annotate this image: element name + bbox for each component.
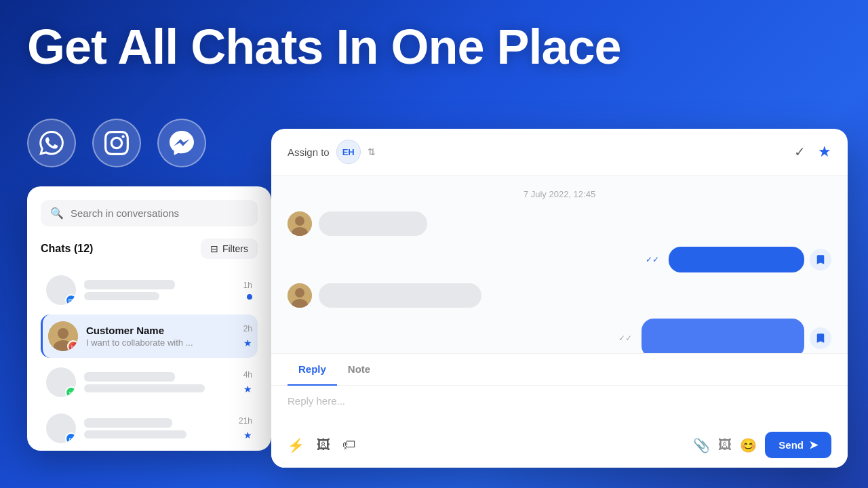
svg-point-7: [295, 288, 304, 298]
save-message-button[interactable]: [810, 249, 831, 270]
filters-button[interactable]: ⊟ Filters: [201, 239, 258, 259]
date-divider: 7 July 2022, 12:45: [288, 189, 831, 199]
header-actions: ✓ ★: [794, 143, 831, 161]
message-bubble: [669, 247, 804, 272]
chat-meta: 21h ★: [239, 416, 252, 441]
star-icon[interactable]: ★: [818, 143, 831, 161]
star-icon: ★: [243, 384, 252, 394]
chat-content: [84, 280, 235, 300]
reply-input-area[interactable]: Reply here...: [271, 386, 848, 426]
customer-name: Customer Name: [86, 325, 235, 336]
tab-note[interactable]: Note: [337, 354, 381, 386]
search-icon: 🔍: [50, 207, 64, 220]
svg-point-1: [58, 328, 68, 339]
tag-icon[interactable]: 🏷: [342, 437, 356, 453]
skeleton-preview: [84, 430, 186, 439]
instagram-icon: [92, 119, 141, 167]
star-icon: ★: [243, 430, 252, 441]
lightning-icon[interactable]: ⚡: [288, 437, 304, 453]
read-tick: ✓✓: [618, 333, 632, 343]
skeleton-preview: [84, 384, 205, 392]
reply-toolbar: ⚡ 🖼 🏷 📎 🖼 😊 Send ➤: [271, 426, 848, 468]
toolbar-left: ⚡ 🖼 🏷: [288, 437, 356, 453]
chat-time: 4h: [243, 370, 252, 380]
chat-time: 2h: [243, 324, 252, 333]
message-bubble: [319, 211, 427, 236]
reply-tabs: Reply Note: [271, 354, 848, 386]
avatar: w: [46, 367, 76, 397]
toolbar-right: 📎 🖼 😊 Send ➤: [693, 432, 831, 458]
message-row: ✓✓: [288, 247, 831, 272]
list-item[interactable]: w 4h ★: [41, 361, 258, 404]
chat-time: 21h: [239, 416, 252, 426]
message-content: ✓✓: [646, 247, 831, 272]
skeleton-preview: [84, 292, 159, 300]
tab-reply[interactable]: Reply: [288, 354, 337, 386]
attachment-icon[interactable]: 📎: [693, 437, 710, 453]
message-content: ✓✓: [618, 319, 831, 353]
chat-time: 1h: [243, 281, 252, 290]
skeleton-name: [84, 418, 172, 428]
message-content: [319, 283, 481, 308]
instagram-badge: ig: [67, 340, 78, 351]
chat-meta: 4h ★: [243, 370, 252, 394]
emoji-icon[interactable]: 😊: [740, 437, 757, 453]
chat-header: Assign to EH ⇅ ✓ ★: [271, 129, 848, 176]
list-item[interactable]: m 21h ★: [41, 407, 258, 450]
image-icon[interactable]: 🖼: [317, 437, 330, 453]
message-row: ✓✓: [288, 319, 831, 353]
check-icon[interactable]: ✓: [794, 144, 806, 160]
star-icon: ★: [243, 338, 252, 348]
message-row: [288, 211, 831, 236]
chat-meta: 1h: [243, 281, 252, 300]
chats-header: Chats (12) ⊟ Filters: [41, 239, 258, 259]
chats-count-label: Chats (12): [41, 243, 93, 255]
chat-content: [84, 372, 235, 392]
chevron-icon[interactable]: ⇅: [368, 146, 376, 157]
svg-point-4: [295, 216, 304, 226]
reply-area: Reply Note Reply here... ⚡ 🖼 🏷 📎 🖼 😊 Sen…: [271, 353, 848, 468]
assign-avatar[interactable]: EH: [336, 140, 361, 164]
messenger-icon: [157, 119, 206, 167]
messenger-badge: m: [65, 432, 76, 443]
filter-icon: ⊟: [210, 243, 218, 254]
avatar: m: [46, 275, 76, 305]
read-tick: ✓✓: [646, 255, 659, 264]
unread-dot: [247, 294, 252, 300]
message-content: [319, 211, 427, 236]
chat-list-panel: 🔍 Chats (12) ⊟ Filters m 1h: [27, 186, 271, 451]
chat-messages: 7 July 2022, 12:45 ✓✓: [271, 176, 848, 353]
messenger-badge: m: [65, 294, 76, 305]
reply-placeholder: Reply here...: [288, 395, 345, 407]
photo-icon[interactable]: 🖼: [718, 437, 732, 453]
avatar: [288, 283, 312, 308]
chat-meta: 2h ★: [243, 324, 252, 348]
list-item[interactable]: m 1h: [41, 268, 258, 312]
assign-section: Assign to EH ⇅: [288, 140, 376, 164]
chat-content: Customer Name I want to collaborate with…: [86, 325, 235, 348]
whatsapp-badge: w: [65, 386, 76, 397]
chat-content: [84, 418, 231, 439]
message-bubble: [319, 283, 481, 308]
avatar: ig: [48, 321, 78, 351]
avatar: m: [46, 413, 76, 443]
skeleton-name: [84, 280, 175, 289]
chat-window: Assign to EH ⇅ ✓ ★ 7 July 2022, 12:45 ✓✓: [271, 129, 848, 468]
assign-label: Assign to: [288, 146, 330, 158]
hero-title: Get All Chats In One Place: [27, 20, 621, 74]
save-message-button[interactable]: [810, 327, 831, 349]
message-bubble: [642, 319, 804, 353]
avatar: [288, 211, 312, 236]
send-button[interactable]: Send ➤: [765, 432, 831, 458]
search-bar[interactable]: 🔍: [41, 200, 258, 226]
chat-preview: I want to collaborate with ...: [86, 338, 235, 348]
list-item[interactable]: ig Customer Name I want to collaborate w…: [41, 314, 258, 358]
send-arrow-icon: ➤: [809, 439, 818, 451]
message-row: [288, 283, 831, 308]
whatsapp-icon: [27, 119, 76, 167]
skeleton-name: [84, 372, 175, 382]
social-icons-row: [27, 119, 206, 167]
search-input[interactable]: [71, 207, 248, 219]
